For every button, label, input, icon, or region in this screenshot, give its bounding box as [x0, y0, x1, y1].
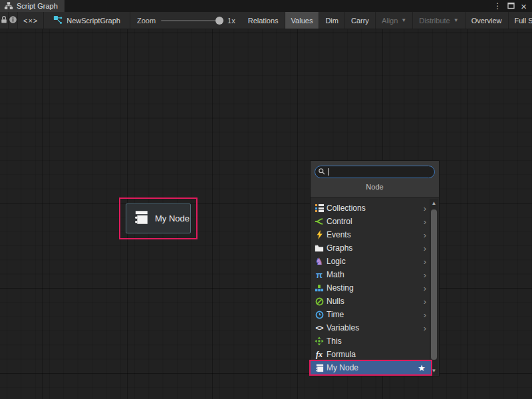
dim-button[interactable]: Dim — [319, 12, 345, 29]
lock-icon — [0, 15, 8, 25]
scroll-down-icon[interactable]: ▼ — [432, 366, 437, 374]
fullscreen-button[interactable]: Full S — [509, 12, 532, 29]
carry-button[interactable]: Carry — [345, 12, 376, 29]
my-node-icon — [132, 209, 150, 229]
nesting-icon — [314, 283, 325, 293]
window-tab-bar: Script Graph ⋮ × — [0, 0, 532, 12]
chevron-right-icon: › — [424, 257, 428, 266]
chevron-down-icon: ▼ — [454, 17, 459, 23]
overview-button[interactable]: Overview — [466, 12, 509, 29]
list-item-time[interactable]: Time › — [311, 308, 431, 321]
zoom-value: 1x — [227, 17, 235, 25]
popup-header-area: Node — [311, 161, 439, 198]
graph-breadcrumb[interactable]: NewScriptGraph — [44, 12, 130, 29]
list-item-nesting[interactable]: Nesting › — [311, 281, 431, 295]
kebab-menu-icon[interactable]: ⋮ — [493, 2, 501, 10]
node-title: My Node — [155, 213, 190, 223]
lock-button[interactable] — [0, 12, 9, 29]
search-input[interactable] — [315, 166, 435, 178]
list-item-my-node[interactable]: My Node ★ — [311, 361, 431, 374]
values-button[interactable]: Values — [285, 12, 320, 29]
chevron-right-icon: › — [424, 297, 428, 306]
chevron-right-icon: › — [424, 311, 428, 319]
graph-canvas[interactable]: My Node Node — [0, 29, 532, 399]
code-icon: <×> — [23, 17, 38, 25]
chevron-right-icon: › — [424, 217, 428, 226]
scroll-up-icon[interactable]: ▲ — [432, 199, 437, 207]
math-icon: π — [314, 269, 325, 280]
list-item-logic[interactable]: ♞ Logic › — [311, 255, 431, 268]
info-button[interactable] — [9, 12, 18, 29]
node-selection-outline: My Node — [119, 198, 198, 239]
unit-node-my-node[interactable]: My Node — [126, 203, 191, 233]
chevron-down-icon: ▼ — [401, 17, 406, 23]
align-button[interactable]: Align ▼ — [376, 12, 413, 29]
zoom-control: Zoom 1x — [130, 12, 242, 29]
text-cursor — [328, 168, 329, 176]
this-icon — [314, 336, 325, 346]
graph-toolbar: <×> NewScriptGraph Zoom 1x Relations Val… — [0, 12, 532, 29]
list-item-events[interactable]: Events › — [311, 228, 431, 241]
list-item-variables[interactable]: <> Variables › — [311, 321, 431, 334]
code-view-button[interactable]: <×> — [18, 12, 44, 29]
collections-icon — [314, 203, 325, 213]
control-icon — [314, 216, 325, 227]
list-item-graphs[interactable]: Graphs › — [311, 241, 431, 255]
zoom-slider-handle[interactable] — [215, 17, 223, 25]
list-item-nulls[interactable]: Nulls › — [311, 295, 431, 308]
tab-label: Script Graph — [17, 2, 58, 10]
option-list: Collections › Control › — [311, 198, 431, 374]
popup-title: Node — [315, 178, 435, 191]
nulls-icon — [314, 296, 325, 307]
time-icon — [314, 309, 325, 320]
distribute-button[interactable]: Distribute ▼ — [413, 12, 465, 29]
favorite-star-icon[interactable]: ★ — [418, 363, 428, 373]
list-item-math[interactable]: π Math › — [311, 268, 431, 281]
fuzzy-finder-popup: Node Collections › — [310, 160, 440, 376]
zoom-label: Zoom — [137, 17, 156, 25]
search-icon — [318, 166, 326, 178]
info-icon — [9, 15, 17, 25]
chevron-right-icon: › — [424, 204, 428, 213]
graph-name: NewScriptGraph — [66, 17, 120, 25]
zoom-slider[interactable] — [161, 20, 222, 21]
formula-icon: fx — [314, 349, 325, 360]
chevron-right-icon: › — [424, 244, 428, 253]
graph-asset-icon — [53, 15, 63, 26]
chevron-right-icon: › — [424, 231, 428, 239]
tab-script-graph[interactable]: Script Graph — [0, 0, 65, 12]
window-controls: ⋮ × — [493, 0, 532, 12]
relations-button[interactable]: Relations — [242, 12, 285, 29]
list-item-this[interactable]: This — [311, 334, 431, 348]
graphs-icon — [314, 243, 325, 253]
logic-icon: ♞ — [314, 256, 325, 267]
maximize-icon[interactable] — [507, 0, 515, 12]
variables-icon: <> — [314, 323, 325, 333]
list-item-formula[interactable]: fx Formula — [311, 348, 431, 361]
list-item-control[interactable]: Control › — [311, 215, 431, 228]
chevron-right-icon: › — [424, 271, 428, 279]
chevron-right-icon: › — [424, 324, 428, 332]
events-icon — [314, 229, 325, 240]
close-icon[interactable]: × — [521, 1, 527, 11]
chevron-right-icon: › — [424, 284, 428, 293]
popup-scrollbar[interactable]: ▲ ▼ — [430, 199, 438, 375]
sitemap-icon — [4, 1, 13, 11]
list-item-collections[interactable]: Collections › — [311, 201, 431, 215]
scrollbar-thumb[interactable] — [431, 209, 437, 360]
my-node-icon — [314, 362, 325, 373]
